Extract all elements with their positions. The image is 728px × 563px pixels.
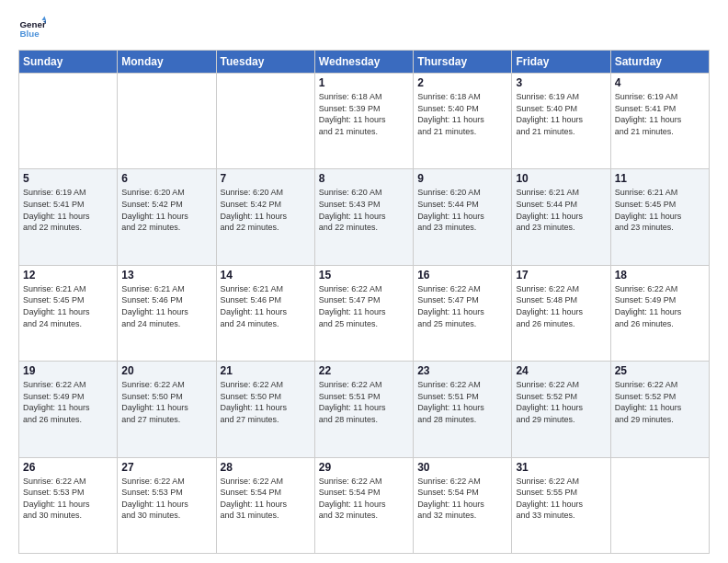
weekday-header-saturday: Saturday <box>610 51 709 74</box>
day-info: Sunrise: 6:19 AM Sunset: 5:40 PM Dayligh… <box>516 91 606 137</box>
day-number: 28 <box>221 461 311 474</box>
day-number: 14 <box>221 269 311 282</box>
day-number: 8 <box>319 172 409 185</box>
svg-text:Blue: Blue <box>20 29 40 39</box>
day-info: Sunrise: 6:22 AM Sunset: 5:47 PM Dayligh… <box>417 283 507 329</box>
calendar-cell: 23Sunrise: 6:22 AM Sunset: 5:51 PM Dayli… <box>414 362 512 457</box>
weekday-header-row: SundayMondayTuesdayWednesdayThursdayFrid… <box>19 51 710 74</box>
day-info: Sunrise: 6:22 AM Sunset: 5:48 PM Dayligh… <box>516 283 606 329</box>
day-info: Sunrise: 6:20 AM Sunset: 5:42 PM Dayligh… <box>121 187 211 233</box>
day-number: 23 <box>417 364 507 377</box>
day-info: Sunrise: 6:22 AM Sunset: 5:52 PM Dayligh… <box>516 379 606 425</box>
calendar-cell: 6Sunrise: 6:20 AM Sunset: 5:42 PM Daylig… <box>118 169 216 265</box>
calendar-cell: 19Sunrise: 6:22 AM Sunset: 5:49 PM Dayli… <box>19 362 118 457</box>
day-info: Sunrise: 6:22 AM Sunset: 5:53 PM Dayligh… <box>121 476 211 522</box>
calendar-week-row: 1Sunrise: 6:18 AM Sunset: 5:39 PM Daylig… <box>19 74 710 169</box>
calendar-cell: 31Sunrise: 6:22 AM Sunset: 5:55 PM Dayli… <box>512 457 610 553</box>
day-number: 2 <box>417 76 507 89</box>
day-info: Sunrise: 6:20 AM Sunset: 5:43 PM Dayligh… <box>319 187 409 233</box>
day-number: 1 <box>319 76 409 89</box>
calendar-cell: 11Sunrise: 6:21 AM Sunset: 5:45 PM Dayli… <box>610 169 709 265</box>
day-number: 12 <box>23 269 113 282</box>
calendar-cell: 3Sunrise: 6:19 AM Sunset: 5:40 PM Daylig… <box>512 74 610 169</box>
calendar-cell: 4Sunrise: 6:19 AM Sunset: 5:41 PM Daylig… <box>610 74 709 169</box>
svg-marker-2 <box>42 17 47 21</box>
day-info: Sunrise: 6:21 AM Sunset: 5:46 PM Dayligh… <box>221 283 311 329</box>
calendar-cell: 26Sunrise: 6:22 AM Sunset: 5:53 PM Dayli… <box>19 457 118 553</box>
calendar-week-row: 12Sunrise: 6:21 AM Sunset: 5:45 PM Dayli… <box>19 265 710 361</box>
day-number: 7 <box>221 172 311 185</box>
day-info: Sunrise: 6:19 AM Sunset: 5:41 PM Dayligh… <box>615 91 705 137</box>
day-info: Sunrise: 6:22 AM Sunset: 5:50 PM Dayligh… <box>121 379 211 425</box>
calendar-cell: 7Sunrise: 6:20 AM Sunset: 5:42 PM Daylig… <box>216 169 314 265</box>
calendar-cell: 16Sunrise: 6:22 AM Sunset: 5:47 PM Dayli… <box>414 265 512 361</box>
day-info: Sunrise: 6:22 AM Sunset: 5:54 PM Dayligh… <box>417 476 507 522</box>
calendar-cell: 14Sunrise: 6:21 AM Sunset: 5:46 PM Dayli… <box>216 265 314 361</box>
day-number: 21 <box>221 364 311 377</box>
calendar-cell <box>118 74 216 169</box>
day-info: Sunrise: 6:21 AM Sunset: 5:46 PM Dayligh… <box>121 283 211 329</box>
day-number: 9 <box>417 172 507 185</box>
weekday-header-wednesday: Wednesday <box>314 51 413 74</box>
weekday-header-friday: Friday <box>512 51 610 74</box>
calendar-cell: 27Sunrise: 6:22 AM Sunset: 5:53 PM Dayli… <box>118 457 216 553</box>
day-info: Sunrise: 6:21 AM Sunset: 5:44 PM Dayligh… <box>516 187 606 233</box>
day-number: 13 <box>121 269 211 282</box>
day-number: 24 <box>516 364 606 377</box>
day-info: Sunrise: 6:22 AM Sunset: 5:53 PM Dayligh… <box>23 476 113 522</box>
day-number: 25 <box>615 364 705 377</box>
calendar-cell: 18Sunrise: 6:22 AM Sunset: 5:49 PM Dayli… <box>610 265 709 361</box>
calendar-week-row: 26Sunrise: 6:22 AM Sunset: 5:53 PM Dayli… <box>19 457 710 553</box>
calendar-cell: 21Sunrise: 6:22 AM Sunset: 5:50 PM Dayli… <box>216 362 314 457</box>
weekday-header-thursday: Thursday <box>414 51 512 74</box>
day-number: 16 <box>417 269 507 282</box>
day-info: Sunrise: 6:20 AM Sunset: 5:44 PM Dayligh… <box>417 187 507 233</box>
day-number: 26 <box>23 461 113 474</box>
calendar-week-row: 19Sunrise: 6:22 AM Sunset: 5:49 PM Dayli… <box>19 362 710 457</box>
day-info: Sunrise: 6:22 AM Sunset: 5:55 PM Dayligh… <box>516 476 606 522</box>
day-number: 31 <box>516 461 606 474</box>
day-info: Sunrise: 6:22 AM Sunset: 5:51 PM Dayligh… <box>417 379 507 425</box>
day-number: 18 <box>615 269 705 282</box>
day-number: 19 <box>23 364 113 377</box>
calendar-cell: 13Sunrise: 6:21 AM Sunset: 5:46 PM Dayli… <box>118 265 216 361</box>
calendar-cell <box>216 74 314 169</box>
day-info: Sunrise: 6:20 AM Sunset: 5:42 PM Dayligh… <box>221 187 311 233</box>
day-info: Sunrise: 6:22 AM Sunset: 5:54 PM Dayligh… <box>221 476 311 522</box>
calendar-cell: 10Sunrise: 6:21 AM Sunset: 5:44 PM Dayli… <box>512 169 610 265</box>
day-info: Sunrise: 6:21 AM Sunset: 5:45 PM Dayligh… <box>615 187 705 233</box>
day-info: Sunrise: 6:22 AM Sunset: 5:49 PM Dayligh… <box>23 379 113 425</box>
calendar-cell: 20Sunrise: 6:22 AM Sunset: 5:50 PM Dayli… <box>118 362 216 457</box>
day-info: Sunrise: 6:22 AM Sunset: 5:47 PM Dayligh… <box>319 283 409 329</box>
calendar-cell: 15Sunrise: 6:22 AM Sunset: 5:47 PM Dayli… <box>314 265 413 361</box>
day-info: Sunrise: 6:21 AM Sunset: 5:45 PM Dayligh… <box>23 283 113 329</box>
calendar-table: SundayMondayTuesdayWednesdayThursdayFrid… <box>18 50 710 554</box>
day-number: 17 <box>516 269 606 282</box>
calendar-cell: 12Sunrise: 6:21 AM Sunset: 5:45 PM Dayli… <box>19 265 118 361</box>
day-number: 10 <box>516 172 606 185</box>
day-info: Sunrise: 6:19 AM Sunset: 5:41 PM Dayligh… <box>23 187 113 233</box>
calendar-cell: 24Sunrise: 6:22 AM Sunset: 5:52 PM Dayli… <box>512 362 610 457</box>
calendar-cell: 29Sunrise: 6:22 AM Sunset: 5:54 PM Dayli… <box>314 457 413 553</box>
day-info: Sunrise: 6:18 AM Sunset: 5:40 PM Dayligh… <box>417 91 507 137</box>
day-number: 15 <box>319 269 409 282</box>
calendar-cell: 2Sunrise: 6:18 AM Sunset: 5:40 PM Daylig… <box>414 74 512 169</box>
logo: General Blue <box>18 15 50 42</box>
weekday-header-tuesday: Tuesday <box>216 51 314 74</box>
calendar-cell: 22Sunrise: 6:22 AM Sunset: 5:51 PM Dayli… <box>314 362 413 457</box>
day-number: 27 <box>121 461 211 474</box>
calendar-cell: 9Sunrise: 6:20 AM Sunset: 5:44 PM Daylig… <box>414 169 512 265</box>
day-number: 22 <box>319 364 409 377</box>
page: General Blue SundayMondayTuesdayWednesda… <box>0 0 728 563</box>
calendar-cell: 8Sunrise: 6:20 AM Sunset: 5:43 PM Daylig… <box>314 169 413 265</box>
weekday-header-sunday: Sunday <box>19 51 118 74</box>
day-number: 6 <box>121 172 211 185</box>
calendar-cell: 17Sunrise: 6:22 AM Sunset: 5:48 PM Dayli… <box>512 265 610 361</box>
day-number: 3 <box>516 76 606 89</box>
calendar-cell: 1Sunrise: 6:18 AM Sunset: 5:39 PM Daylig… <box>314 74 413 169</box>
day-number: 20 <box>121 364 211 377</box>
generalblue-logo-icon: General Blue <box>18 15 46 42</box>
calendar-cell <box>19 74 118 169</box>
day-number: 29 <box>319 461 409 474</box>
day-info: Sunrise: 6:22 AM Sunset: 5:52 PM Dayligh… <box>615 379 705 425</box>
